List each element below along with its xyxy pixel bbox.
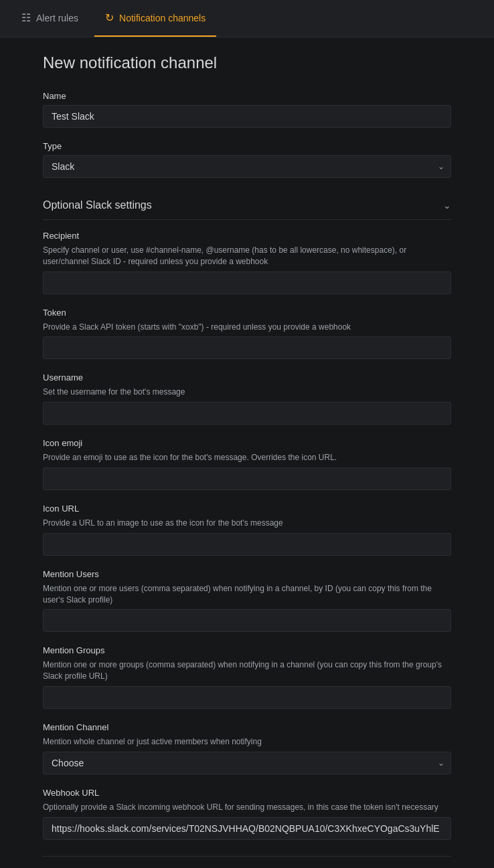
mention-groups-description: Mention one or more groups (comma separa… [43, 659, 451, 682]
type-select[interactable]: Slack Email PagerDuty Webhook [43, 155, 451, 178]
optional-section-title: Optional Slack settings [43, 199, 152, 211]
optional-section-chevron-icon[interactable]: ⌄ [443, 200, 451, 211]
name-field-group: Name [43, 91, 451, 128]
alert-rules-tab[interactable]: ☷ Alert rules [11, 0, 89, 37]
main-content: New notification channel Name Type Slack… [0, 37, 494, 868]
notification-settings-header[interactable]: Notification settings › [43, 857, 451, 868]
username-description: Set the username for the bot's message [43, 387, 451, 398]
notification-channels-tab[interactable]: ↻ Notification channels [94, 0, 216, 37]
type-label: Type [43, 141, 451, 151]
icon-url-description: Provide a URL to an image to use as the … [43, 518, 451, 529]
username-input[interactable] [43, 402, 451, 425]
icon-url-label: Icon URL [43, 504, 451, 514]
token-field-group: Token Provide a Slack API token (starts … [43, 308, 451, 360]
recipient-label: Recipient [43, 231, 451, 241]
icon-emoji-description: Provide an emoji to use as the icon for … [43, 452, 451, 463]
username-label: Username [43, 372, 451, 383]
mention-channel-select[interactable]: Choose @here @channel [43, 752, 451, 774]
icon-url-input[interactable] [43, 533, 451, 556]
top-nav: ☷ Alert rules ↻ Notification channels [0, 0, 494, 37]
alert-rules-label: Alert rules [36, 13, 78, 23]
type-field-group: Type Slack Email PagerDuty Webhook ⌄ [43, 141, 451, 178]
recipient-field-group: Recipient Specify channel or user, use #… [43, 231, 451, 294]
recipient-description: Specify channel or user, use #channel-na… [43, 245, 451, 267]
mention-groups-field-group: Mention Groups Mention one or more group… [43, 645, 451, 709]
mention-groups-input[interactable] [43, 686, 451, 709]
optional-section-header: Optional Slack settings ⌄ [43, 191, 451, 220]
name-label: Name [43, 91, 451, 101]
token-input[interactable] [43, 336, 451, 359]
mention-groups-label: Mention Groups [43, 645, 451, 655]
mention-channel-field-group: Mention Channel Mention whole channel or… [43, 722, 451, 774]
recipient-input[interactable] [43, 272, 451, 294]
mention-channel-label: Mention Channel [43, 722, 451, 732]
name-input[interactable] [43, 105, 451, 128]
alert-rules-icon: ☷ [21, 11, 31, 24]
notification-settings-section: Notification settings › [43, 856, 451, 868]
mention-users-input[interactable] [43, 609, 451, 632]
icon-emoji-field-group: Icon emoji Provide an emoji to use as th… [43, 438, 451, 490]
mention-users-description: Mention one or more users (comma separat… [43, 583, 451, 606]
mention-channel-description: Mention whole channel or just active mem… [43, 736, 451, 748]
token-label: Token [43, 308, 451, 318]
webhook-url-field-group: Webhook URL Optionally provide a Slack i… [43, 788, 451, 840]
notification-channels-label: Notification channels [119, 13, 205, 23]
icon-emoji-label: Icon emoji [43, 438, 451, 448]
icon-url-field-group: Icon URL Provide a URL to an image to us… [43, 504, 451, 556]
token-description: Provide a Slack API token (starts with "… [43, 322, 451, 333]
notification-channels-icon: ↻ [105, 11, 114, 24]
type-select-wrapper: Slack Email PagerDuty Webhook ⌄ [43, 155, 451, 178]
optional-slack-settings-section: Optional Slack settings ⌄ Recipient Spec… [43, 191, 451, 840]
mention-users-label: Mention Users [43, 569, 451, 579]
mention-users-field-group: Mention Users Mention one or more users … [43, 569, 451, 633]
username-field-group: Username Set the username for the bot's … [43, 372, 451, 425]
webhook-url-input[interactable] [43, 817, 451, 840]
icon-emoji-input[interactable] [43, 467, 451, 490]
webhook-url-label: Webhook URL [43, 788, 451, 798]
page-title: New notification channel [43, 53, 451, 72]
webhook-url-description: Optionally provide a Slack incoming webh… [43, 802, 451, 813]
mention-channel-select-wrapper: Choose @here @channel ⌄ [43, 752, 451, 774]
